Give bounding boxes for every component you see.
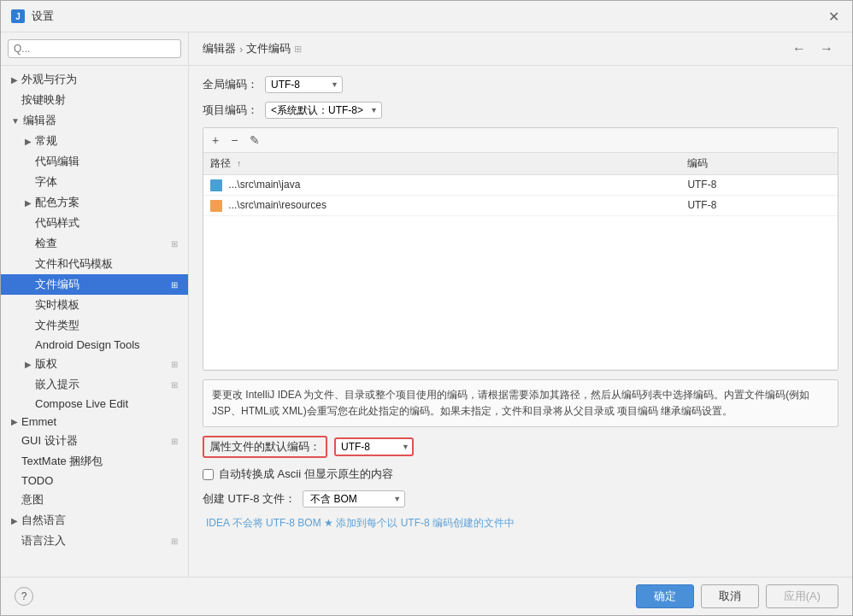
sidebar-item-general[interactable]: ▶ 常规 <box>1 131 188 151</box>
cell-path: ...\src\main\resources <box>203 195 680 215</box>
sidebar-item-label: Android Design Tools <box>35 338 140 351</box>
breadcrumb-icon: ⊞ <box>294 44 302 55</box>
bom-row: 创建 UTF-8 文件： 不含 BOM 含 BOM 询问 <box>203 490 838 507</box>
indicator-icon: ⊞ <box>171 537 178 546</box>
sidebar-item-label: 意图 <box>21 492 44 507</box>
default-encoding-row: 属性文件的默认编码： UTF-8 GBK ISO-8859-1 <box>203 436 838 458</box>
project-encoding-select[interactable]: <系统默认：UTF-8> UTF-8 GBK <box>265 102 382 119</box>
table-toolbar: + − ✎ <box>203 128 838 153</box>
sidebar-item-label: 常规 <box>35 133 57 149</box>
breadcrumb: 编辑器 › 文件编码 ⊞ <box>203 41 302 56</box>
indicator-icon: ⊞ <box>171 380 178 390</box>
sidebar-item-emmet[interactable]: ▶ Emmet <box>1 413 188 431</box>
breadcrumb-separator: › <box>239 43 243 56</box>
nav-buttons: ← → <box>787 39 838 58</box>
table-row[interactable]: ...\src\main\java UTF-8 <box>203 175 838 196</box>
bom-select-wrapper: 不含 BOM 含 BOM 询问 <box>303 490 405 507</box>
collapse-arrow: ▶ <box>25 137 32 146</box>
title-bar-left: J 设置 <box>11 9 54 24</box>
help-button[interactable]: ? <box>15 587 33 606</box>
sidebar-item-label: Emmet <box>21 415 56 428</box>
cell-encoding: UTF-8 <box>680 195 838 215</box>
content-header: 编辑器 › 文件编码 ⊞ ← → <box>189 32 852 66</box>
content-main: 全局编码： UTF-8 GBK GB2312 ISO-8859-1 UTF-16… <box>189 66 852 577</box>
search-input[interactable] <box>8 39 181 58</box>
table-empty-row <box>203 215 838 369</box>
sidebar-item-label: 字体 <box>35 174 57 190</box>
cell-encoding: UTF-8 <box>680 175 838 196</box>
sidebar-item-keymap[interactable]: 按键映射 <box>1 90 188 110</box>
folder-resources-icon <box>210 200 222 212</box>
sidebar-item-label: 文件和代码模板 <box>35 256 113 272</box>
ok-button[interactable]: 确定 <box>636 584 694 608</box>
table-row[interactable]: ...\src\main\resources UTF-8 <box>203 195 838 215</box>
global-encoding-row: 全局编码： UTF-8 GBK GB2312 ISO-8859-1 UTF-16 <box>203 76 838 93</box>
auto-convert-checkbox[interactable] <box>203 469 214 480</box>
auto-convert-row: 自动转换成 Ascii 但显示原生的内容 <box>203 466 838 482</box>
sidebar-item-file-encoding[interactable]: 文件编码 ⊞ <box>1 274 188 295</box>
collapse-arrow: ▶ <box>25 198 32 208</box>
sidebar-item-appearance[interactable]: ▶ 外观与行为 <box>1 69 188 90</box>
sidebar-item-compose-live-edit[interactable]: Compose Live Edit <box>1 395 188 413</box>
indicator-icon: ⊞ <box>171 360 178 369</box>
project-encoding-row: 项目编码： <系统默认：UTF-8> UTF-8 GBK <box>203 102 838 119</box>
sidebar-item-label: 外观与行为 <box>21 72 77 87</box>
sidebar-item-code-style[interactable]: 代码样式 <box>1 213 188 233</box>
sidebar-item-natural-language[interactable]: ▶ 自然语言 <box>1 510 188 531</box>
apply-button[interactable]: 应用(A) <box>766 584 838 608</box>
content-panel: 编辑器 › 文件编码 ⊞ ← → 全局编码： UTF-8 <box>189 32 852 577</box>
default-encoding-select[interactable]: UTF-8 GBK ISO-8859-1 <box>334 437 414 456</box>
settings-dialog: J 设置 ✕ ▶ 外观与行为 按键映射 <box>0 0 853 616</box>
sidebar-item-file-code-templates[interactable]: 文件和代码模板 <box>1 254 188 274</box>
default-encoding-label: 属性文件的默认编码： <box>203 436 327 458</box>
sidebar-item-label: 文件类型 <box>35 318 79 333</box>
folder-icon <box>210 179 222 191</box>
sidebar-item-todo[interactable]: TODO <box>1 472 188 490</box>
sidebar-item-gui-designer[interactable]: GUI 设计器 ⊞ <box>1 431 188 451</box>
bom-note: IDEA 不会将 UTF-8 BOM ★ 添加到每个以 UTF-8 编码创建的文… <box>203 516 838 531</box>
sidebar-item-label: 版权 <box>35 356 57 372</box>
sidebar-item-label: 代码样式 <box>35 215 79 231</box>
nav-tree: ▶ 外观与行为 按键映射 ▼ 编辑器 ▶ 常规 <box>1 66 188 577</box>
sidebar-item-editor[interactable]: ▼ 编辑器 <box>1 110 188 131</box>
sidebar-item-file-types[interactable]: 文件类型 <box>1 315 188 336</box>
collapse-arrow: ▶ <box>11 75 18 85</box>
bom-label: 创建 UTF-8 文件： <box>203 491 296 507</box>
collapse-arrow: ▶ <box>11 516 18 525</box>
sidebar-item-label: TODO <box>21 474 53 487</box>
edit-path-button[interactable]: ✎ <box>246 132 263 149</box>
sidebar-item-label: 实时模板 <box>35 297 79 313</box>
sidebar-item-inspections[interactable]: 检查 ⊞ <box>1 233 188 254</box>
global-encoding-label: 全局编码： <box>203 77 258 92</box>
sidebar-item-inlay-hints[interactable]: 嵌入提示 ⊞ <box>1 374 188 395</box>
project-encoding-label: 项目编码： <box>203 103 258 118</box>
sidebar-item-color-scheme[interactable]: ▶ 配色方案 <box>1 192 188 213</box>
sidebar-item-copyright[interactable]: ▶ 版权 ⊞ <box>1 354 188 374</box>
sidebar-item-textmate-bundles[interactable]: TextMate 捆绑包 <box>1 451 188 472</box>
collapse-arrow: ▶ <box>25 360 32 369</box>
close-button[interactable]: ✕ <box>825 8 842 25</box>
sidebar-item-label: 编辑器 <box>23 113 56 128</box>
breadcrumb-current: 文件编码 <box>246 41 291 56</box>
sidebar-item-label: 嵌入提示 <box>35 377 79 392</box>
back-button[interactable]: ← <box>787 39 811 58</box>
column-encoding: 编码 <box>680 153 838 175</box>
dialog-footer: ? 确定 取消 应用(A) <box>1 577 852 615</box>
add-path-button[interactable]: + <box>209 132 222 149</box>
app-icon: J <box>11 9 25 23</box>
bom-select[interactable]: 不含 BOM 含 BOM 询问 <box>303 490 405 507</box>
cancel-button[interactable]: 取消 <box>701 584 759 608</box>
global-encoding-select[interactable]: UTF-8 GBK GB2312 ISO-8859-1 UTF-16 <box>265 76 343 93</box>
sidebar-item-font[interactable]: 字体 <box>1 172 188 192</box>
remove-path-button[interactable]: − <box>227 132 241 149</box>
sidebar-item-label: 配色方案 <box>35 195 79 210</box>
sidebar-item-intention[interactable]: 意图 <box>1 490 188 510</box>
sidebar-item-android-design-tools[interactable]: Android Design Tools <box>1 336 188 354</box>
auto-convert-label: 自动转换成 Ascii 但显示原生的内容 <box>219 466 393 482</box>
sidebar-item-code-editing[interactable]: 代码编辑 <box>1 151 188 172</box>
sidebar-item-language-injection[interactable]: 语言注入 ⊞ <box>1 531 188 551</box>
sidebar-item-live-templates[interactable]: 实时模板 <box>1 295 188 315</box>
forward-button[interactable]: → <box>815 39 838 58</box>
indicator-icon: ⊞ <box>171 280 178 290</box>
sidebar-item-label: Compose Live Edit <box>35 397 128 410</box>
